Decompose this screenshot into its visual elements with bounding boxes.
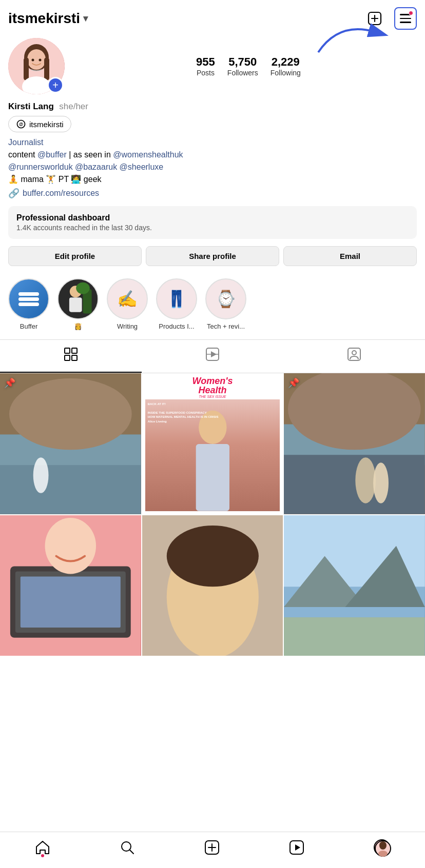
highlight-label-tech: Tech + revi... — [207, 322, 245, 330]
svg-rect-15 — [18, 302, 39, 306]
tab-tagged[interactable] — [283, 340, 425, 373]
highlight-item[interactable]: ⌚ Tech + revi... — [205, 278, 246, 330]
nav-reels[interactable] — [283, 838, 311, 857]
journalist-link[interactable]: Journalist — [8, 138, 43, 147]
nav-home[interactable] — [29, 838, 56, 857]
threads-badge[interactable]: @ itsmekirsti — [8, 116, 71, 132]
highlight-circle-tech: ⌚ — [205, 278, 246, 319]
plus-square-icon — [368, 11, 382, 26]
highlight-item[interactable]: 👸 — [57, 278, 99, 330]
svg-rect-22 — [72, 348, 77, 353]
svg-point-48 — [45, 518, 96, 574]
svg-rect-34 — [0, 465, 141, 514]
photo-cell[interactable]: 📌 — [284, 373, 425, 514]
photo-cell[interactable] — [142, 515, 283, 656]
bazaar-link[interactable]: @bazaaruk — [75, 163, 117, 171]
highlight-circle-crown — [57, 278, 99, 319]
followers-label: Followers — [227, 69, 258, 77]
svg-point-71 — [378, 851, 388, 857]
reels-nav-icon — [289, 840, 304, 855]
add-to-story-button[interactable] — [47, 77, 64, 93]
photo-cell[interactable]: ▶ Women'sHealth THE SEX ISSUE BACK AT IT… — [142, 373, 283, 514]
pin-icon: 📌 — [4, 377, 15, 389]
mag-title: Women'sHealth — [192, 376, 233, 395]
create-icon — [204, 840, 220, 855]
womenshealth-link[interactable]: @womenshealthuk — [113, 150, 183, 159]
svg-point-42 — [356, 457, 376, 503]
avatar-wrapper — [8, 38, 65, 94]
svg-rect-24 — [72, 355, 77, 360]
svg-rect-8 — [44, 57, 49, 80]
tab-reels[interactable] — [142, 340, 283, 373]
edit-profile-button[interactable]: Edit profile — [8, 246, 142, 266]
following-count: 2,229 — [272, 55, 300, 69]
nav-search[interactable] — [113, 838, 141, 857]
display-name: Kirsti Lang — [8, 102, 54, 111]
posts-label: Posts — [197, 69, 215, 77]
pronoun: she/her — [59, 102, 88, 111]
buffer-link[interactable]: @buffer — [37, 150, 67, 159]
menu-button[interactable] — [394, 7, 417, 30]
photo-cell[interactable]: 📌 — [0, 373, 141, 514]
email-button[interactable]: Email — [283, 246, 417, 266]
bio-emoji-line: 🧘 mama 🏋️ PT 👩‍💻 geek — [8, 175, 102, 184]
svg-text:@: @ — [19, 122, 23, 127]
svg-point-30 — [352, 351, 356, 355]
website-link[interactable]: 🔗 buffer.com/resources — [8, 188, 417, 199]
followers-stat[interactable]: 5,750 Followers — [227, 55, 258, 77]
professional-dashboard[interactable]: Professional dashboard 1.4K accounts rea… — [8, 206, 417, 239]
svg-rect-23 — [65, 355, 70, 360]
svg-point-56 — [166, 526, 258, 587]
tab-grid[interactable] — [0, 340, 142, 373]
svg-point-72 — [379, 841, 387, 850]
dashboard-title: Professional dashboard — [16, 213, 409, 223]
nav-profile[interactable] — [368, 837, 396, 858]
share-profile-button[interactable]: Share profile — [146, 246, 279, 266]
search-icon — [120, 840, 135, 855]
header: itsmekirsti ▾ — [0, 0, 425, 34]
photo-cell[interactable] — [0, 515, 141, 656]
bio-text: Journalist content @buffer | as seen in … — [8, 136, 417, 186]
highlight-label-crown: 👸 — [74, 322, 82, 330]
svg-point-43 — [373, 462, 389, 503]
website-text: buffer.com/resources — [23, 189, 99, 198]
photo-image — [142, 515, 283, 656]
highlights-row: Buffer 👸 ✍️ Writing 👖 Products I... — [0, 271, 425, 337]
add-post-button[interactable] — [363, 7, 386, 30]
highlight-item[interactable]: 👖 Products I... — [156, 278, 197, 330]
svg-point-28 — [211, 353, 214, 356]
svg-rect-18 — [69, 297, 82, 312]
profile-section: 955 Posts 5,750 Followers 2,229 Followin… — [0, 34, 425, 94]
mag-text: BACK AT IT! INSIDE THE SUPERFOOD CONSPIR… — [148, 402, 278, 423]
display-name-row: Kirsti Lang she/her — [8, 102, 417, 112]
photo-grid: 📌 ▶ Women'sHealth THE SEX ISSUE BA — [0, 373, 425, 656]
highlight-item[interactable]: Buffer — [8, 278, 49, 330]
posts-count: 955 — [196, 55, 215, 69]
reels-icon — [205, 347, 220, 365]
highlight-circle-writing: ✍️ — [107, 278, 148, 319]
svg-rect-7 — [24, 57, 29, 80]
photo-image — [0, 373, 141, 514]
sheerluxe-link[interactable]: @sheerluxe — [120, 163, 164, 171]
threads-handle: itsmekirsti — [29, 120, 64, 129]
highlight-item[interactable]: ✍️ Writing — [107, 278, 148, 330]
buffer-icon — [16, 286, 42, 312]
hamburger-icon — [400, 14, 411, 23]
tech-emoji: ⌚ — [216, 289, 236, 309]
following-stat[interactable]: 2,229 Following — [271, 55, 301, 77]
highlight-label-buffer: Buffer — [20, 322, 37, 330]
username-area[interactable]: itsmekirsti ▾ — [8, 10, 88, 27]
runnersworld-link[interactable]: @runnersworlduk — [8, 163, 73, 171]
mag-tagline: THE SEX ISSUE — [199, 395, 226, 398]
svg-rect-14 — [18, 297, 39, 301]
svg-point-33 — [9, 378, 132, 450]
posts-stat[interactable]: 955 Posts — [196, 55, 215, 77]
photo-image — [284, 373, 425, 514]
svg-rect-41 — [284, 455, 425, 514]
photo-cell[interactable] — [284, 515, 425, 656]
svg-rect-61 — [284, 617, 425, 656]
svg-point-6 — [27, 49, 46, 70]
svg-point-35 — [33, 457, 49, 493]
bottom-navigation — [0, 832, 425, 868]
nav-create[interactable] — [198, 838, 226, 857]
